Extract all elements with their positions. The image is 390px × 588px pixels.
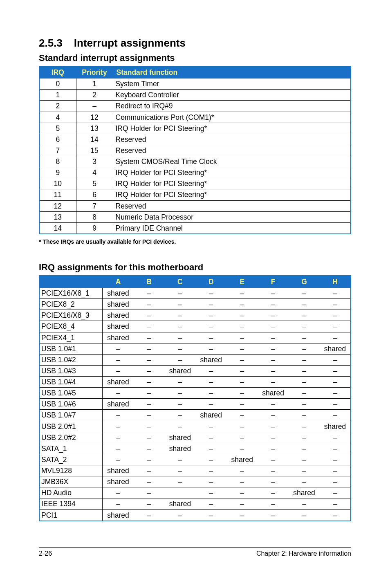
cell-function: Communications Port (COM1)* xyxy=(113,112,351,123)
cell-irq: 12 xyxy=(39,200,76,211)
cell-h: – xyxy=(320,310,351,321)
cell-c: – xyxy=(164,354,195,365)
cell-b: – xyxy=(134,354,165,365)
cell-label: USB 2.0#1 xyxy=(39,421,103,432)
cell-d: – xyxy=(195,432,226,443)
cell-f: – xyxy=(258,432,289,443)
cell-function: Reserved xyxy=(113,200,351,211)
cell-irq: 7 xyxy=(39,145,76,156)
cell-priority: 15 xyxy=(76,145,113,156)
cell-e: – xyxy=(226,487,258,498)
cell-c: – xyxy=(164,332,195,343)
table-row: 614Reserved xyxy=(39,134,351,145)
cell-irq: 11 xyxy=(39,189,76,200)
cell-irq: 14 xyxy=(39,222,76,234)
cell-d: – xyxy=(195,343,226,354)
cell-f: – xyxy=(258,421,289,432)
cell-e: – xyxy=(226,343,258,354)
cell-h: – xyxy=(320,365,351,376)
cell-c: shared xyxy=(164,443,195,454)
cell-f: – xyxy=(258,365,289,376)
table-row: USB 1.0#7–––shared–––– xyxy=(39,410,351,421)
cell-irq: 13 xyxy=(39,211,76,222)
cell-priority: 6 xyxy=(76,189,113,200)
cell-f: – xyxy=(258,476,289,487)
cell-g: – xyxy=(289,399,320,410)
cell-g: – xyxy=(289,343,320,354)
cell-f: – xyxy=(258,498,289,509)
cell-function: System Timer xyxy=(113,79,351,90)
cell-h: – xyxy=(320,321,351,332)
cell-d: – xyxy=(195,498,226,509)
cell-b: – xyxy=(134,288,165,299)
cell-e: – xyxy=(226,410,258,421)
cell-f: – xyxy=(258,288,289,299)
cell-irq: 0 xyxy=(39,79,76,90)
cell-b: – xyxy=(134,299,165,310)
cell-e: – xyxy=(226,388,258,399)
cell-a: – xyxy=(103,487,134,498)
subheading-standard: Standard interrupt assignments xyxy=(39,53,351,63)
cell-g: – xyxy=(289,432,320,443)
cell-g: – xyxy=(289,310,320,321)
cell-f: – xyxy=(258,343,289,354)
cell-b: – xyxy=(134,343,165,354)
cell-d: – xyxy=(195,332,226,343)
cell-priority: 1 xyxy=(76,79,113,90)
cell-label: USB 1.0#5 xyxy=(39,388,103,399)
cell-g: – xyxy=(289,321,320,332)
col-header-e: E xyxy=(226,276,258,288)
cell-e: – xyxy=(226,321,258,332)
cell-function: Primary IDE Channel xyxy=(113,222,351,234)
cell-f: – xyxy=(258,487,289,498)
table-row: USB 2.0#2––shared––––– xyxy=(39,432,351,443)
table-row: SATA_2––––shared––– xyxy=(39,454,351,465)
cell-h: – xyxy=(320,498,351,509)
cell-c: – xyxy=(164,399,195,410)
cell-h: – xyxy=(320,299,351,310)
cell-priority: 8 xyxy=(76,211,113,222)
cell-f: – xyxy=(258,410,289,421)
cell-b: – xyxy=(134,365,165,376)
cell-priority: 2 xyxy=(76,90,113,101)
cell-e: – xyxy=(226,299,258,310)
cell-h: – xyxy=(320,465,351,476)
cell-c: shared xyxy=(164,498,195,509)
cell-d: – xyxy=(195,465,226,476)
cell-label: USB 1.0#3 xyxy=(39,365,103,376)
cell-a: shared xyxy=(103,377,134,388)
cell-label: HD Audio xyxy=(39,487,103,498)
col-header-g: G xyxy=(289,276,320,288)
cell-d: shared xyxy=(195,354,226,365)
cell-h: – xyxy=(320,487,351,498)
cell-h: – xyxy=(320,410,351,421)
table-row: 715Reserved xyxy=(39,145,351,156)
cell-label: MVL9128 xyxy=(39,465,103,476)
col-header-a: A xyxy=(103,276,134,288)
cell-b: – xyxy=(134,432,165,443)
table-row: 01System Timer xyxy=(39,79,351,90)
table-row: 127Reserved xyxy=(39,200,351,211)
cell-c: – xyxy=(164,476,195,487)
cell-a: shared xyxy=(103,476,134,487)
table-row: 116IRQ Holder for PCI Steering* xyxy=(39,189,351,200)
col-header-blank xyxy=(39,276,103,288)
col-header-h: H xyxy=(320,276,351,288)
cell-label: JMB36X xyxy=(39,476,103,487)
cell-b: – xyxy=(134,443,165,454)
table-row: USB 1.0#5–––––shared–– xyxy=(39,388,351,399)
cell-label: PCIEX8_2 xyxy=(39,299,103,310)
cell-d: – xyxy=(195,388,226,399)
table-row: USB 1.0#6shared––––––– xyxy=(39,399,351,410)
table-row: JMB36Xshared––––––– xyxy=(39,476,351,487)
section-heading: 2.5.3Interrupt assignments xyxy=(39,37,351,49)
footer-chapter: Chapter 2: Hardware information xyxy=(256,550,351,557)
cell-label: IEEE 1394 xyxy=(39,498,103,509)
cell-irq: 2 xyxy=(39,101,76,112)
cell-b: – xyxy=(134,487,165,498)
cell-label: PCIEX16/X8_1 xyxy=(39,288,103,299)
cell-b: – xyxy=(134,498,165,509)
cell-a: shared xyxy=(103,299,134,310)
cell-e: – xyxy=(226,310,258,321)
table-row: 83System CMOS/Real Time Clock xyxy=(39,156,351,167)
